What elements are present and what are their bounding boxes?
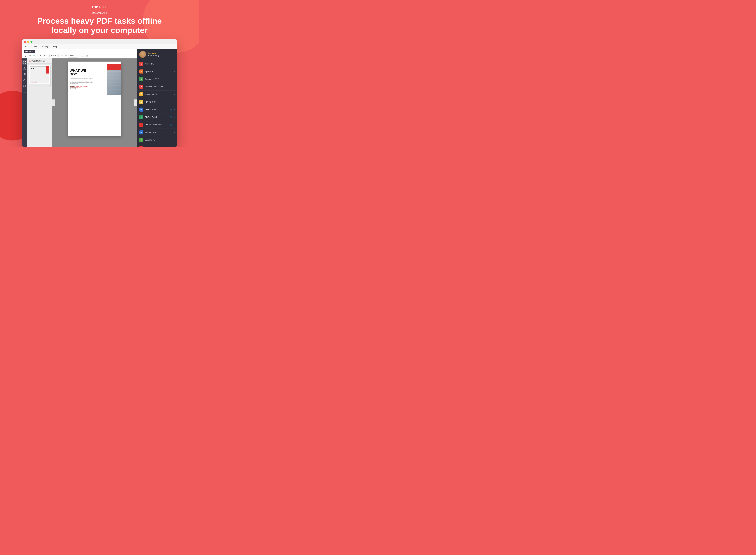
tab-filename: File.pdf [25, 50, 31, 52]
tool-label-image-to-pdf: Image to PDF [145, 93, 173, 95]
file-tab[interactable]: File.pdf ✕ [24, 50, 35, 53]
sidebar-bookmarks-icon[interactable] [23, 72, 27, 77]
tool-item-merge-pdf[interactable]: ⊞ Merge PDF › [137, 60, 177, 68]
tool-arrow-image-to-pdf: › [174, 93, 175, 95]
sidebar-info-icon[interactable]: i [23, 84, 27, 88]
pdf-area: i 🗂 Page thumbnai [22, 58, 137, 147]
svg-point-6 [24, 91, 25, 92]
tool-arrow-compress-pdf: › [174, 78, 175, 80]
app-subtitle: Desktop App [0, 12, 199, 14]
tool-label-pdf-to-ppt: PDF to PowerPoint [145, 124, 168, 126]
app-window: File Tools Settings Help File.pdf ✕ 🖨 ✉ … [22, 39, 177, 147]
pdf-footer-line [110, 85, 119, 85]
tool-label-pdf-to-excel: PDF to Excel [145, 116, 168, 118]
tool-arrow-excel-to-pdf: › [174, 139, 175, 141]
pdf-prev-page-btn[interactable]: ‹ [52, 99, 55, 106]
user-section: Premium Irene Murray [137, 49, 177, 60]
thumbnail-close-btn[interactable]: ✕ [49, 60, 50, 62]
tool-item-pdf-to-jpg[interactable]: 🖼 PDF to JPG › [137, 98, 177, 106]
left-panel: File.pdf ✕ 🖨 ✉ 🔍 ▲ ▼ ⊕ ⊖ 61% 75% [22, 49, 137, 147]
menu-tools[interactable]: Tools [32, 45, 38, 48]
app-content: File.pdf ✕ 🖨 ✉ 🔍 ▲ ▼ ⊕ ⊖ 61% 75% [22, 49, 177, 147]
menu-file[interactable]: File [24, 45, 29, 48]
tool-label-word-to-pdf: Word to PDF [145, 131, 173, 133]
avatar-face [139, 51, 146, 58]
pdf-heading: WHAT WE DO? [70, 69, 91, 76]
zoom-out-icon[interactable]: ⊖ [64, 54, 68, 58]
page-input[interactable] [49, 54, 57, 57]
menu-help[interactable]: Help [52, 45, 58, 48]
tool-item-pdf-to-word[interactable]: W PDF to Word 🌐 › [137, 106, 177, 114]
tool-item-image-to-pdf[interactable]: 🖼 Image to PDF › [137, 91, 177, 98]
svg-rect-2 [24, 62, 25, 63]
tool-item-excel-to-pdf[interactable]: X Excel to PDF › [137, 136, 177, 144]
tool-item-remove-pages[interactable]: ✕ Remove PDF Pages › [137, 83, 177, 91]
tool-arrow-pdf-to-excel: › [174, 116, 175, 118]
pdf-viewer: ‹ reallygreatsite.com WHAT WE DO? Lorem … [52, 58, 137, 147]
sidebar-annotations-icon[interactable] [23, 78, 27, 82]
nav-next-icon[interactable]: ▼ [43, 54, 47, 58]
thumbnail-item[interactable]: WHATWE DO? Lorem ipsum dolor sitamet con… [29, 65, 50, 87]
tool-arrow-split-pdf: › [174, 71, 175, 73]
tool-arrow-ppt-to-pdf: › [174, 146, 175, 147]
mini-pdf-red-bar [46, 66, 49, 74]
tool-label-merge-pdf: Merge PDF [145, 62, 173, 65]
search-icon[interactable]: 🔍 [32, 54, 36, 58]
print-icon[interactable]: 🖨 [24, 54, 27, 58]
mini-pdf-cta: THANK YOU, ANDWE LOOK FORWARD [31, 82, 37, 83]
tool-label-compress-pdf: Compress PDF [145, 78, 173, 80]
tool-icon-pdf-to-word: W [139, 108, 143, 112]
tool-item-ppt-to-pdf[interactable]: P PowerPoint to PDF › [137, 144, 177, 147]
heart-icon [94, 5, 98, 9]
pdf-page: reallygreatsite.com WHAT WE DO? Lorem ip… [68, 61, 121, 136]
svg-text:i: i [25, 85, 25, 87]
window-minimize-btn[interactable] [27, 41, 29, 43]
logo-text-pdf: PDF [99, 5, 107, 9]
tool-icon-ppt-to-pdf: P [139, 145, 143, 147]
avatar [139, 51, 146, 58]
tool-item-split-pdf[interactable]: ✂ Split PDF › [137, 68, 177, 75]
window-maximize-btn[interactable] [31, 41, 33, 43]
email-icon[interactable]: ✉ [28, 54, 32, 58]
thumbnail-panel: 🗂 Page thumbnails ✕ WHATWE DO? [27, 58, 52, 147]
fit-page-icon[interactable]: ⊟ [85, 54, 89, 58]
zoom-in-icon[interactable]: ⊕ [60, 54, 64, 58]
building-lines [107, 70, 121, 95]
pdf-content: WHAT WE DO? Lorem ipsum dolor sit amet, … [68, 64, 121, 89]
tool-label-remove-pages: Remove PDF Pages [145, 85, 173, 88]
toolbar-sep-1 [37, 54, 38, 57]
tool-item-pdf-to-ppt[interactable]: P PDF to PowerPoint 🌐 › [137, 121, 177, 129]
sidebar-thumbnails-icon[interactable] [23, 60, 27, 65]
user-premium-badge: Premium [148, 52, 159, 54]
window-close-btn[interactable] [24, 41, 26, 43]
menu-settings[interactable]: Settings [41, 45, 49, 48]
tool-icon-word-to-pdf: W [139, 130, 143, 134]
web-icon-pdf-to-word: 🌐 [170, 109, 172, 111]
pdf-next-page-btn[interactable]: › [134, 99, 137, 106]
zoom-select[interactable]: 61% 75% 100% [69, 54, 78, 57]
tool-item-pdf-to-excel[interactable]: X PDF to Excel 🌐 › [137, 114, 177, 121]
sidebar-signature-icon[interactable] [23, 90, 27, 94]
tab-close-icon[interactable]: ✕ [32, 50, 33, 52]
right-panel: Premium Irene Murray ⊞ Merge PDF › ✂ Spl… [137, 49, 177, 147]
tool-arrow-pdf-to-jpg: › [174, 101, 175, 103]
tool-arrow-merge-pdf: › [174, 63, 175, 65]
tool-icon-pdf-to-ppt: P [139, 123, 143, 127]
tool-label-ppt-to-pdf: PowerPoint to PDF [145, 146, 173, 147]
headline: Process heavy PDF tasks offline locally … [0, 16, 199, 35]
tool-item-word-to-pdf[interactable]: W Word to PDF › [137, 129, 177, 136]
tool-item-compress-pdf[interactable]: ⤓ Compress PDF › [137, 75, 177, 83]
view-mode-icon[interactable]: ⊡ [81, 54, 84, 58]
tool-icon-compress-pdf: ⤓ [139, 77, 143, 81]
tool-icon-image-to-pdf: 🖼 [139, 92, 143, 96]
thumbnail-panel-title: Page thumbnails [31, 60, 45, 62]
logo: I PDF [92, 5, 107, 9]
headline-line2: locally on your computer [0, 26, 199, 35]
tool-icon-split-pdf: ✂ [139, 70, 143, 74]
tool-icon-excel-to-pdf: X [139, 138, 143, 142]
pdf-footer-address2: Any City, ST 12345 [70, 88, 76, 89]
nav-prev-icon[interactable]: ▲ [39, 54, 42, 58]
sidebar-layers-icon[interactable] [23, 66, 27, 71]
pdf-footer-company: Liceria & Co. [70, 86, 75, 87]
tool-label-excel-to-pdf: Excel to PDF [145, 139, 173, 141]
